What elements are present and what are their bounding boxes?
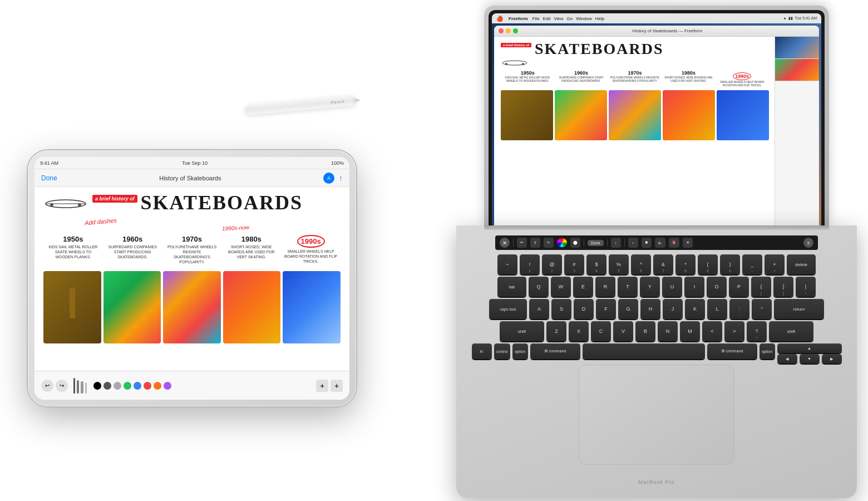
key-d[interactable]: D	[574, 299, 594, 319]
key-period[interactable]: >.	[724, 321, 744, 341]
key-option-left[interactable]: option	[512, 343, 528, 359]
key-t[interactable]: T	[618, 277, 638, 297]
key-8[interactable]: *8	[675, 254, 696, 274]
color-purple[interactable]	[164, 382, 171, 390]
ipad-upload-icon[interactable]: ↑	[339, 174, 343, 183]
key-4[interactable]: $4	[586, 254, 606, 274]
tb-close-button[interactable]: ✕	[500, 238, 510, 248]
key-semicolon[interactable]: :;	[729, 299, 749, 319]
key-equals[interactable]: +=	[765, 254, 785, 274]
key-backtick[interactable]: ~`	[497, 254, 517, 274]
pen-tool[interactable]	[73, 378, 75, 394]
key-3[interactable]: #3	[564, 254, 584, 274]
tb-share-button[interactable]: ↑	[611, 238, 621, 248]
tb-settings-button[interactable]: ✱	[642, 238, 652, 248]
key-h[interactable]: H	[640, 299, 660, 319]
key-z[interactable]: Z	[546, 321, 566, 341]
tb-cut-tool[interactable]: ✂	[544, 238, 554, 248]
key-command-left[interactable]: ⌘ command	[530, 343, 580, 359]
key-arrow-up[interactable]: ▲	[777, 343, 842, 353]
key-s[interactable]: S	[551, 299, 571, 319]
key-j[interactable]: J	[663, 299, 683, 319]
key-lbracket[interactable]: {[	[751, 277, 771, 297]
key-fn[interactable]: fn	[472, 343, 492, 359]
key-9[interactable]: (9	[698, 254, 718, 274]
tb-color-tool[interactable]	[557, 238, 567, 247]
menu-edit[interactable]: Edit	[543, 16, 551, 21]
key-b[interactable]: B	[635, 321, 655, 341]
key-7[interactable]: &7	[653, 254, 673, 274]
key-1[interactable]: !1	[520, 254, 540, 274]
key-backslash[interactable]: |\	[796, 277, 816, 297]
undo-button[interactable]: ↩	[41, 380, 53, 392]
key-quote[interactable]: "'	[752, 299, 772, 319]
tb-back-button[interactable]: ‹	[628, 238, 638, 248]
key-v[interactable]: V	[613, 321, 633, 341]
key-tab[interactable]: tab	[497, 277, 526, 297]
color-blue[interactable]	[134, 382, 141, 390]
color-green[interactable]	[124, 382, 131, 390]
menu-window[interactable]: Window	[576, 16, 591, 21]
key-p[interactable]: P	[729, 277, 749, 297]
tb-brightness[interactable]: ☀	[683, 238, 693, 248]
key-n[interactable]: N	[658, 321, 678, 341]
apple-menu-icon[interactable]: 🍎	[496, 16, 503, 22]
tb-siri-button[interactable]: S	[803, 238, 813, 248]
key-c[interactable]: C	[591, 321, 611, 341]
key-arrow-down[interactable]: ▼	[800, 354, 820, 364]
add-image-button[interactable]: +	[331, 380, 343, 392]
key-u[interactable]: U	[662, 277, 682, 297]
key-command-right[interactable]: ⌘ command	[707, 343, 757, 359]
menu-view[interactable]: View	[554, 16, 563, 21]
tb-done-button[interactable]: Done	[588, 240, 604, 246]
add-element-button[interactable]: +	[316, 380, 328, 392]
key-f[interactable]: F	[596, 299, 616, 319]
key-capslock[interactable]: caps lock	[489, 299, 527, 319]
tb-pen-tool[interactable]: ✏	[517, 238, 527, 248]
color-red[interactable]	[144, 382, 151, 390]
pencil-tool[interactable]	[77, 380, 79, 394]
key-return[interactable]: return	[774, 299, 824, 319]
window-minimize-button[interactable]	[506, 28, 511, 33]
ipad-share-icon[interactable]: A	[323, 173, 334, 184]
menu-go[interactable]: Go	[567, 16, 573, 21]
key-shift-right[interactable]: shift	[769, 321, 813, 341]
key-k[interactable]: K	[685, 299, 705, 319]
key-i[interactable]: I	[684, 277, 704, 297]
key-option-right[interactable]: option	[760, 343, 775, 359]
menu-file[interactable]: File	[532, 16, 540, 21]
color-black[interactable]	[93, 382, 101, 390]
tb-mute[interactable]: 🔇	[669, 238, 679, 248]
color-orange[interactable]	[154, 382, 161, 390]
trackpad[interactable]	[579, 365, 734, 465]
tb-volume-down[interactable]: 🔈	[655, 238, 665, 248]
key-shift-left[interactable]: shift	[500, 321, 544, 341]
key-g[interactable]: G	[618, 299, 638, 319]
key-6[interactable]: ^6	[631, 254, 651, 274]
window-close-button[interactable]	[499, 28, 504, 33]
key-delete[interactable]: delete	[787, 254, 816, 274]
key-comma[interactable]: <,	[702, 321, 722, 341]
key-2[interactable]: @2	[542, 254, 562, 274]
redo-button[interactable]: ↪	[56, 380, 68, 392]
marker-tool[interactable]	[81, 381, 83, 394]
key-o[interactable]: O	[707, 277, 727, 297]
key-rbracket[interactable]: }]	[773, 277, 793, 297]
brush-tool[interactable]	[85, 382, 87, 394]
key-e[interactable]: E	[573, 277, 593, 297]
menu-help[interactable]: Help	[595, 16, 604, 21]
key-control[interactable]: control	[494, 343, 510, 359]
key-space[interactable]	[583, 343, 705, 359]
key-slash[interactable]: ?/	[747, 321, 767, 341]
window-maximize-button[interactable]	[513, 28, 518, 33]
key-q[interactable]: Q	[529, 277, 549, 297]
tb-text-tool[interactable]: T	[530, 238, 540, 248]
tb-circle-tool[interactable]: ⬤	[570, 238, 580, 248]
key-arrow-left[interactable]: ◀	[777, 354, 797, 364]
key-0[interactable]: )0	[720, 254, 740, 274]
key-minus[interactable]: _-	[742, 254, 762, 274]
key-l[interactable]: L	[707, 299, 727, 319]
sidebar-thumb-1[interactable]	[775, 37, 819, 59]
key-a[interactable]: A	[529, 299, 549, 319]
color-light-gray[interactable]	[114, 382, 121, 390]
